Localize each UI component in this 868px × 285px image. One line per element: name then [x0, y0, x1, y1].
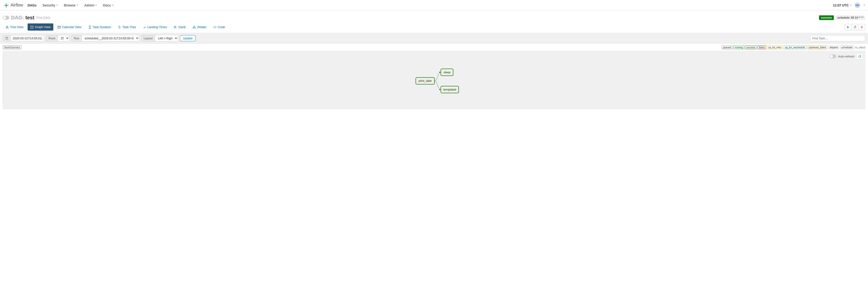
status-badge[interactable]: success	[819, 16, 834, 20]
graph-area[interactable]: Auto-refresh print_datesleeptemplated	[3, 51, 865, 109]
tab-tree-view[interactable]: Tree View	[3, 24, 26, 31]
retry-icon	[118, 26, 121, 29]
landing-icon	[143, 26, 146, 29]
layout-select[interactable]: Left > Right	[155, 35, 178, 41]
tab-landing-times[interactable]: Landing Times	[140, 24, 170, 31]
action-buttons	[844, 24, 865, 30]
controls-row: Runs 25 Run scheduled__2020-03-31T14:55:…	[0, 33, 868, 44]
nav-item-admin[interactable]: Admin	[84, 3, 97, 7]
calendar-icon	[57, 26, 61, 29]
dag-pause-toggle[interactable]	[3, 16, 9, 20]
graph-icon	[30, 26, 34, 29]
legend-row: BashOperator queuedrunningsuccessfailedu…	[0, 44, 868, 51]
tab-calendar-view[interactable]: Calendar View	[55, 24, 84, 31]
svg-text:sleep: sleep	[443, 70, 451, 74]
svg-text:print_date: print_date	[418, 79, 432, 83]
tabs-row: Tree View Graph View Calendar View Task …	[0, 23, 868, 33]
clock[interactable]: 11:07 UTC	[833, 3, 852, 7]
nav-item-browse[interactable]: Browse	[64, 3, 79, 7]
nav-left: DAGs Security Browse Admin Docs	[28, 3, 114, 7]
svg-point-2	[8, 27, 8, 28]
state-legend: queuedrunningsuccessfailedup_for_retryup…	[722, 46, 865, 49]
layout-group: Layout Left > Right	[141, 35, 178, 41]
state-badge-failed[interactable]: failed	[757, 46, 766, 49]
caret-icon	[863, 5, 865, 6]
base-date-input[interactable]	[11, 35, 44, 41]
airflow-logo-icon	[3, 2, 10, 9]
task-node-sleep[interactable]: sleep	[441, 69, 453, 76]
schedule-badge[interactable]: schedule: 55 14 * * *	[836, 16, 865, 20]
dag-label: DAG:	[11, 15, 24, 21]
graph-refresh-button[interactable]	[856, 53, 863, 59]
svg-point-5	[31, 28, 31, 28]
navbar: Airflow DAGs Security Browse Admin Docs …	[0, 0, 868, 10]
dag-graph-svg: print_datesleeptemplated	[3, 51, 865, 109]
trigger-dag-button[interactable]	[844, 24, 851, 30]
refresh-dag-button[interactable]	[851, 24, 858, 30]
play-icon	[847, 26, 849, 28]
gantt-icon	[174, 26, 177, 29]
svg-point-1	[6, 27, 7, 28]
dag-name: test	[25, 15, 34, 21]
caret-icon	[112, 5, 114, 6]
graph-toolbar: Auto-refresh	[830, 53, 863, 59]
refresh-icon	[858, 55, 861, 58]
nav-item-security[interactable]: Security	[42, 3, 58, 7]
state-badge-upstream_failed[interactable]: upstream_failed	[807, 46, 827, 49]
tab-task-tries[interactable]: Task Tries	[115, 24, 139, 31]
nav-item-dags[interactable]: DAGs	[28, 3, 36, 7]
tab-gantt[interactable]: Gantt	[171, 24, 188, 31]
navbar-brand[interactable]: Airflow	[3, 2, 23, 9]
base-date-group	[3, 35, 44, 41]
tab-code[interactable]: Code	[211, 24, 228, 31]
svg-point-3	[31, 26, 31, 26]
runs-select[interactable]: 25	[58, 35, 69, 41]
tab-details[interactable]: Details	[190, 24, 209, 31]
auto-refresh-label: Auto-refresh	[838, 55, 855, 58]
task-node-print_date[interactable]: print_date	[416, 78, 434, 84]
run-group: Run scheduled__2020-03-31T14:55:00+00:00	[71, 35, 139, 41]
refresh-icon	[854, 26, 856, 28]
caret-icon	[850, 5, 852, 6]
svg-rect-8	[6, 37, 8, 39]
tree-icon	[5, 26, 9, 29]
trash-icon	[860, 26, 863, 28]
delete-dag-button[interactable]	[858, 24, 865, 30]
svg-text:templated: templated	[443, 88, 456, 91]
state-badge-success[interactable]: success	[745, 46, 756, 49]
svg-point-6	[32, 28, 33, 28]
operator-badge[interactable]: BashOperator	[3, 46, 22, 49]
tab-task-duration[interactable]: Task Duration	[86, 24, 114, 31]
caret-icon	[76, 5, 79, 6]
run-select[interactable]: scheduled__2020-03-31T14:55:00+00:00	[82, 35, 139, 41]
layout-label: Layout	[141, 35, 155, 41]
code-icon	[213, 26, 216, 29]
auto-refresh-toggle[interactable]	[830, 55, 836, 58]
nav-right: 11:07 UTC HK	[833, 2, 865, 8]
runs-group: Runs 25	[46, 35, 69, 41]
tab-graph-view[interactable]: Graph View	[28, 24, 53, 31]
details-icon	[192, 26, 196, 29]
svg-point-4	[32, 26, 33, 26]
brand-text: Airflow	[10, 3, 23, 7]
find-task-input[interactable]	[810, 35, 865, 41]
caret-icon	[95, 5, 97, 6]
runs-label: Runs	[46, 35, 58, 41]
task-node-templated[interactable]: templated	[441, 86, 459, 93]
state-badge-scheduled[interactable]: scheduled	[840, 46, 854, 49]
svg-point-0	[7, 26, 8, 26]
state-badge-up_for_retry[interactable]: up_for_retry	[767, 46, 783, 49]
state-nostatus[interactable]: no_status	[855, 46, 865, 49]
update-button[interactable]: Update	[180, 35, 195, 41]
state-badge-queued[interactable]: queued	[722, 46, 733, 49]
run-label: Run	[71, 35, 82, 41]
caret-icon	[56, 5, 58, 6]
state-badge-skipped[interactable]: skipped	[828, 46, 839, 49]
nav-item-docs[interactable]: Docs	[103, 3, 114, 7]
calendar-addon-icon	[3, 35, 11, 41]
avatar[interactable]: HK	[855, 2, 860, 8]
state-badge-up_for_reschedule[interactable]: up_for_reschedule	[784, 46, 806, 49]
dag-header: DAG: test First DAG success schedule: 55…	[0, 10, 868, 23]
state-badge-running[interactable]: running	[733, 46, 744, 49]
dag-description: First DAG	[36, 16, 50, 20]
